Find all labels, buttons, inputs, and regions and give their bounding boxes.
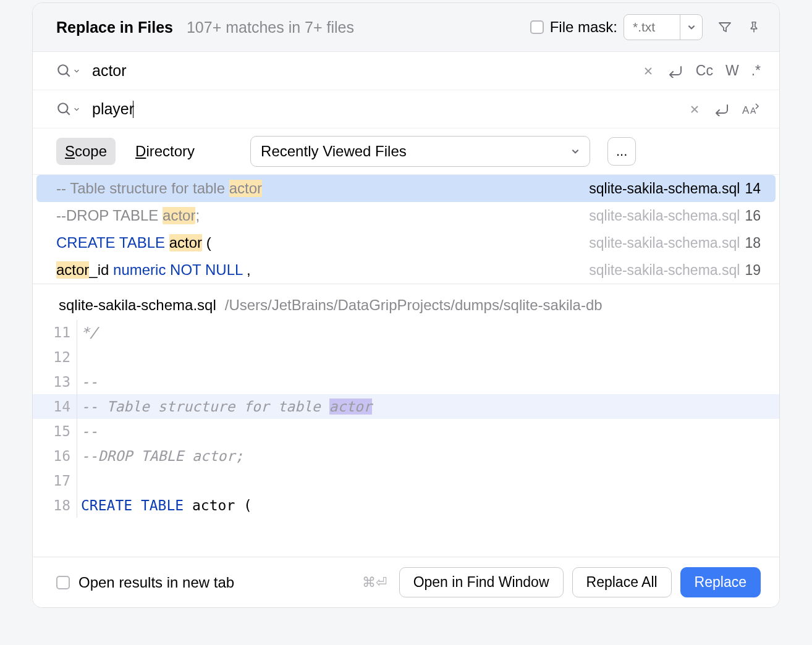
pin-icon[interactable] <box>747 20 761 34</box>
code-content: */ <box>77 320 98 345</box>
code-content <box>77 468 81 493</box>
result-row[interactable]: --DROP TABLE actor;sqlite-sakila-schema.… <box>33 202 779 229</box>
preview-header: sqlite-sakila-schema.sql /Users/JetBrain… <box>33 284 779 320</box>
clear-find-icon[interactable] <box>643 65 654 77</box>
result-file: sqlite-sakila-schema.sql <box>589 208 740 224</box>
chevron-down-icon <box>571 147 580 156</box>
code-content: -- <box>77 419 98 444</box>
replace-all-button[interactable]: Replace All <box>572 567 672 597</box>
replace-button[interactable]: Replace <box>680 567 761 597</box>
chevron-down-icon <box>74 106 80 112</box>
result-text: --DROP TABLE actor; <box>56 207 583 224</box>
dialog-footer: Open results in new tab ⌘⏎ Open in Find … <box>33 557 779 607</box>
tab-directory[interactable]: Directory <box>127 138 203 165</box>
chevron-down-icon <box>74 68 80 74</box>
newline-icon[interactable] <box>666 64 683 78</box>
result-line-number: 18 <box>745 235 761 251</box>
dialog-header: Replace in Files 107+ matches in 7+ file… <box>33 3 779 52</box>
code-line: 14-- Table structure for table actor <box>33 394 779 419</box>
file-mask-checkbox[interactable] <box>530 20 544 34</box>
tab-scope[interactable]: Scope <box>56 138 116 165</box>
code-content <box>77 345 81 369</box>
code-preview[interactable]: 11*/1213--14-- Table structure for table… <box>33 320 779 557</box>
result-file: sqlite-sakila-schema.sql <box>589 262 740 279</box>
find-row: Cc W .* <box>33 52 779 90</box>
preview-filepath: /Users/JetBrains/DataGripProjects/dumps/… <box>225 297 603 314</box>
code-content: --DROP TABLE actor; <box>77 444 243 468</box>
dialog-title: Replace in Files <box>56 19 173 36</box>
file-mask-select[interactable] <box>624 14 703 40</box>
text-caret <box>133 101 133 118</box>
code-line: 17 <box>33 468 779 493</box>
result-file: sqlite-sakila-schema.sql <box>589 235 740 251</box>
replace-row: player AA <box>33 90 779 129</box>
result-line-number: 14 <box>745 180 761 197</box>
find-input[interactable] <box>92 62 630 80</box>
svg-text:A: A <box>750 106 756 116</box>
preserve-case-toggle[interactable]: AA <box>742 103 761 116</box>
open-in-find-window-button[interactable]: Open in Find Window <box>399 567 564 597</box>
scope-more-button[interactable]: ... <box>607 137 636 166</box>
result-line-number: 16 <box>745 208 761 224</box>
line-number: 17 <box>33 468 77 493</box>
replace-input-text[interactable]: player <box>92 100 134 118</box>
file-mask-input[interactable] <box>624 20 680 35</box>
preview-filename: sqlite-sakila-schema.sql <box>59 297 216 314</box>
svg-text:A: A <box>742 104 750 116</box>
line-number: 11 <box>33 320 77 345</box>
filter-icon[interactable] <box>717 20 732 35</box>
code-line: 15-- <box>33 419 779 444</box>
line-number: 18 <box>33 493 77 518</box>
whole-word-toggle[interactable]: W <box>725 62 739 79</box>
result-line-number: 19 <box>745 262 761 279</box>
line-number: 13 <box>33 369 77 394</box>
chevron-down-icon <box>687 23 696 32</box>
line-number: 12 <box>33 345 77 369</box>
scope-select[interactable]: Recently Viewed Files <box>250 136 590 167</box>
result-file: sqlite-sakila-schema.sql <box>589 180 740 197</box>
open-new-tab-label: Open results in new tab <box>78 574 234 591</box>
file-mask-label: File mask: <box>550 19 617 36</box>
results-list: -- Table structure for table actorsqlite… <box>33 175 779 284</box>
line-number: 15 <box>33 419 77 444</box>
result-text: CREATE TABLE actor ( <box>56 234 583 251</box>
replace-in-files-dialog: Replace in Files 107+ matches in 7+ file… <box>32 2 780 608</box>
code-line: 12 <box>33 345 779 369</box>
result-row[interactable]: CREATE TABLE actor (sqlite-sakila-schema… <box>33 229 779 256</box>
line-number: 16 <box>33 444 77 468</box>
file-mask-dropdown[interactable] <box>680 15 702 40</box>
code-content: CREATE TABLE actor ( <box>77 493 252 518</box>
code-line: 16--DROP TABLE actor; <box>33 444 779 468</box>
code-line: 11*/ <box>33 320 779 345</box>
open-new-tab-checkbox[interactable] <box>56 576 70 589</box>
svg-point-0 <box>58 65 67 74</box>
code-line: 13-- <box>33 369 779 394</box>
result-text: -- Table structure for table actor <box>56 180 583 197</box>
result-text: actor_id numeric NOT NULL , <box>56 261 583 279</box>
scope-row: Scope Directory Recently Viewed Files ..… <box>33 129 779 175</box>
code-content: -- Table structure for table actor <box>77 394 372 419</box>
line-number: 14 <box>33 394 77 419</box>
svg-point-1 <box>58 103 67 112</box>
search-icon[interactable] <box>56 63 80 79</box>
result-row[interactable]: -- Table structure for table actorsqlite… <box>36 175 776 202</box>
shortcut-hint: ⌘⏎ <box>362 575 387 591</box>
search-icon[interactable] <box>56 101 80 117</box>
code-line: 18CREATE TABLE actor ( <box>33 493 779 518</box>
match-case-toggle[interactable]: Cc <box>696 62 713 79</box>
regex-toggle[interactable]: .* <box>751 62 761 79</box>
clear-replace-icon[interactable] <box>689 104 700 115</box>
result-row[interactable]: actor_id numeric NOT NULL ,sqlite-sakila… <box>33 256 779 284</box>
scope-select-label: Recently Viewed Files <box>261 143 407 160</box>
match-count: 107+ matches in 7+ files <box>187 19 354 36</box>
code-content: -- <box>77 369 98 394</box>
newline-icon[interactable] <box>713 103 730 116</box>
